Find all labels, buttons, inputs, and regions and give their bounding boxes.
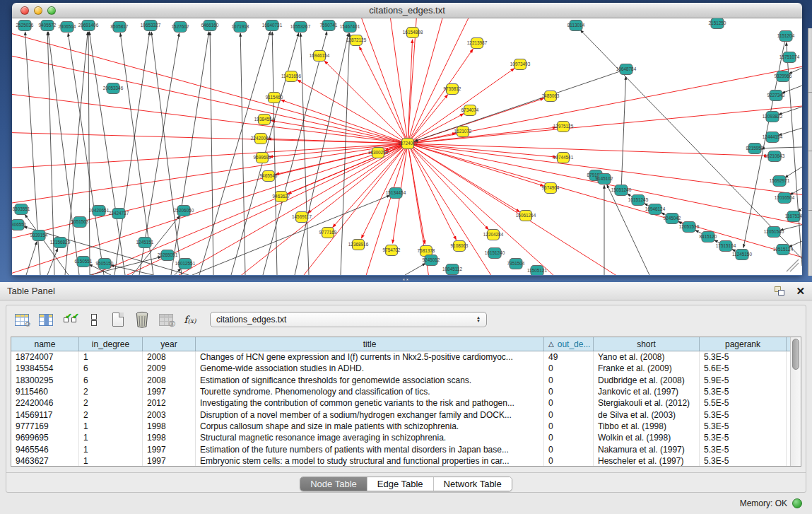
graph-node[interactable]: 10744541 (553, 153, 574, 163)
graph-node[interactable]: 10653327 (141, 21, 161, 31)
graph-node[interactable]: 20420651 (89, 206, 110, 216)
graph-node[interactable]: 16946154 (310, 51, 330, 62)
graph-node[interactable]: 9245042 (664, 214, 681, 224)
table-cell[interactable]: 0 (544, 397, 594, 409)
create-column-button[interactable] (108, 310, 128, 329)
table-cell[interactable]: 1998 (143, 432, 196, 443)
graph-node[interactable]: 20053346 (103, 83, 124, 94)
table-cell[interactable]: 0 (544, 386, 594, 397)
zoom-window-icon[interactable] (47, 6, 56, 15)
table-cell[interactable]: 0 (544, 363, 594, 374)
table-cell[interactable]: Disruption of a novel member of a sodium… (196, 409, 544, 420)
table-row[interactable]: 2242004622012Investigating the contribut… (11, 397, 790, 409)
graph-node[interactable]: 9245012 (423, 255, 440, 266)
graph-node[interactable]: 5051503 (71, 217, 89, 228)
graph-node[interactable]: 16210643 (765, 151, 785, 162)
table-cell[interactable]: Hescheler et al. (1997) (594, 455, 700, 466)
graph-node[interactable]: 23424737 (109, 209, 129, 219)
graph-node[interactable]: 16648784 (616, 64, 637, 75)
table-cell[interactable]: Jankovic et al. (1997) (594, 386, 700, 397)
network-view-window[interactable]: citations_edges.txt 18724007161548081221… (12, 3, 802, 276)
table-cell[interactable]: Embryonic stem cells: a model to study s… (196, 455, 544, 466)
table-cell[interactable]: Structural magnetic resonance image aver… (196, 432, 544, 443)
graph-node[interactable]: 12093822 (763, 112, 783, 122)
table-cell[interactable]: 2 (79, 409, 143, 420)
graph-node[interactable]: 8113014 (567, 21, 585, 31)
graph-node[interactable]: 9329966 (775, 71, 792, 82)
graph-node[interactable]: 7590741 (320, 21, 338, 31)
table-cell[interactable]: Tourette syndrome. Phenomenology and cla… (196, 386, 544, 397)
tab-node-table[interactable]: Node Table (300, 477, 367, 491)
graph-node[interactable]: 9505150 (96, 259, 114, 269)
graph-node[interactable]: 6150551 (75, 257, 93, 267)
column-header-out_de[interactable]: △out_de... (544, 337, 594, 351)
table-cell[interactable]: 1 (79, 351, 143, 363)
graph-node[interactable]: 1071918 (232, 22, 249, 33)
graph-node[interactable]: 9339154 (30, 230, 48, 241)
table-cell[interactable]: Estimation of the future numbers of pati… (196, 443, 544, 455)
memory-status-indicator[interactable] (792, 498, 802, 508)
graph-node[interactable]: 16840731 (262, 21, 283, 31)
table-cell[interactable]: Wolkin et al. (1998) (594, 432, 700, 443)
table-cell[interactable]: 18724007 (11, 351, 79, 363)
table-cell[interactable]: 1 (79, 421, 143, 432)
graph-node[interactable]: 7485063 (542, 91, 560, 102)
graph-node[interactable]: 9145102 (596, 174, 613, 185)
table-cell[interactable]: 9115460 (11, 386, 79, 397)
table-row[interactable]: 1830029562008Estimation of significance … (11, 375, 790, 386)
graph-node[interactable]: 9699695 (254, 153, 271, 163)
graph-node[interactable]: 10973493 (510, 59, 531, 70)
graph-node[interactable]: 8505817 (111, 22, 129, 33)
column-header-name[interactable]: name (11, 337, 79, 351)
graph-node[interactable]: 12444154 (763, 132, 783, 143)
graph-node[interactable]: 15467401 (340, 22, 360, 33)
row-options-button[interactable] (84, 310, 104, 329)
close-panel-icon[interactable]: ✕ (796, 286, 805, 296)
graph-node[interactable]: 12975125 (553, 122, 574, 132)
graph-node[interactable]: 14569117 (292, 212, 312, 223)
table-cell[interactable]: 2008 (143, 351, 196, 363)
graph-node[interactable]: 16151240 (485, 248, 505, 259)
graph-node[interactable]: 8415120 (700, 232, 717, 243)
graph-node[interactable]: 1167534 (785, 211, 802, 222)
table-row[interactable]: 1456911722003Disruption of a novel membe… (11, 409, 790, 420)
vertical-scrollbar[interactable] (790, 337, 801, 466)
graph-node[interactable]: 2525036 (16, 21, 34, 31)
table-cell[interactable]: 1 (79, 455, 143, 466)
table-cell[interactable]: Stergiakouli et al. (2012) (594, 397, 700, 409)
table-cell[interactable]: 0 (544, 375, 594, 386)
graph-node[interactable]: 2151250 (709, 18, 726, 29)
table-cell[interactable]: 5.3E-5 (700, 409, 787, 420)
table-cell[interactable]: 5.3E-5 (700, 455, 787, 466)
graph-node[interactable]: 10845112 (442, 264, 462, 275)
table-row[interactable]: 977716911998Corpus callosum shape and si… (11, 421, 790, 432)
table-row[interactable]: 1872400712008Changes of HCN gene express… (11, 351, 790, 363)
graph-node[interactable]: 16154808 (403, 28, 423, 38)
table-row[interactable]: 946362711997Embryonic stem cells: a mode… (11, 455, 790, 466)
graph-node[interactable]: 6734074 (461, 105, 479, 116)
graph-node[interactable]: 12204284 (483, 230, 504, 240)
table-cell[interactable]: 1 (79, 432, 143, 443)
graph-node[interactable]: 15134454 (386, 188, 406, 199)
graph-node[interactable]: 10515124 (773, 245, 794, 255)
graph-node[interactable]: 9115460 (266, 93, 283, 103)
network-canvas[interactable]: 1872400716154808122139871097349374850631… (12, 18, 802, 275)
table-cell[interactable]: 5.5E-5 (700, 397, 787, 409)
table-cell[interactable]: Estimation of significance thresholds fo… (196, 375, 544, 386)
table-cell[interactable]: 6 (79, 363, 143, 374)
table-cell[interactable]: Dudbridge et al. (2008) (594, 375, 700, 386)
table-cell[interactable]: 1997 (143, 386, 196, 397)
table-cell[interactable]: 9699695 (11, 432, 79, 443)
graph-node[interactable]: 19384554 (254, 115, 275, 125)
graph-node[interactable]: 2306551 (12, 220, 27, 230)
table-cell[interactable]: 5.3E-5 (700, 421, 787, 432)
graph-node[interactable]: 12051540 (764, 227, 784, 238)
graph-node[interactable]: 9754702 (383, 245, 401, 256)
function-builder-button[interactable]: f(x) (180, 310, 200, 329)
table-cell[interactable]: 0 (544, 409, 594, 420)
table-cell[interactable]: 9777169 (11, 421, 79, 432)
graph-node[interactable]: 9227343 (767, 90, 785, 101)
table-cell[interactable]: 5.6E-5 (700, 363, 787, 374)
graph-node[interactable]: 1527602 (172, 22, 189, 33)
graph-node[interactable]: 15051240 (611, 185, 632, 196)
